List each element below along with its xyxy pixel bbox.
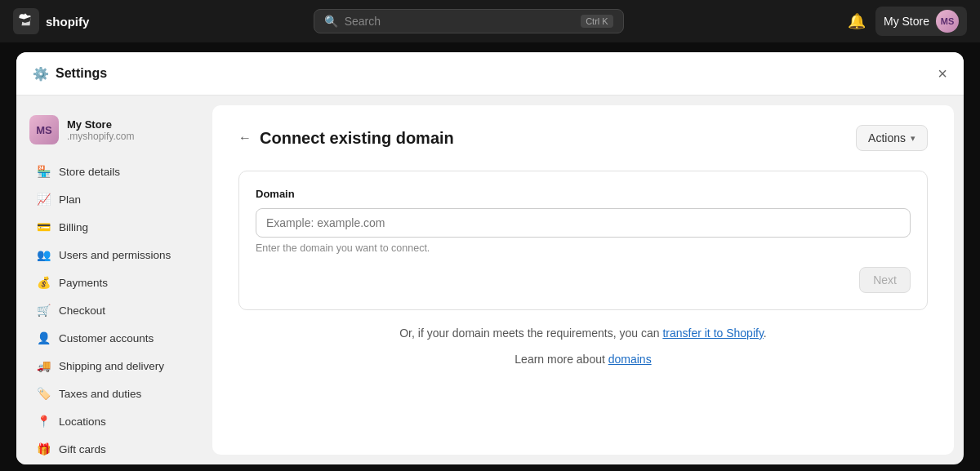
taxes-icon: 🏷️ (36, 387, 51, 400)
plan-icon: 📈 (36, 193, 51, 206)
sidebar-item-users[interactable]: 👥 Users and permissions (23, 241, 206, 269)
sidebar-item-locations[interactable]: 📍 Locations (23, 407, 206, 435)
actions-label: Actions (868, 131, 906, 144)
store-info: MS My Store .myshopify.com (16, 109, 212, 158)
modal-body: MS My Store .myshopify.com 🏪 Store detai… (16, 96, 964, 464)
sidebar-item-label: Locations (59, 415, 106, 428)
modal-overlay: ⚙️ Settings × MS My Store .myshopify.com… (0, 42, 980, 471)
svg-rect-0 (13, 8, 39, 34)
domain-section-label: Domain (256, 188, 911, 200)
users-icon: 👥 (36, 248, 51, 261)
sidebar-item-customer-accounts[interactable]: 👤 Customer accounts (23, 324, 206, 352)
domain-input[interactable] (256, 208, 911, 238)
settings-gear-icon: ⚙️ (33, 66, 49, 82)
topbar: shopify 🔍 Ctrl K 🔔 My Store MS (0, 0, 980, 42)
content-header: ← Connect existing domain Actions ▾ (238, 125, 928, 151)
sidebar-item-shipping[interactable]: 🚚 Shipping and delivery (23, 352, 206, 380)
domain-card: Domain Enter the domain you want to conn… (238, 171, 928, 310)
avatar: MS (936, 10, 959, 33)
main-content: ← Connect existing domain Actions ▾ Doma… (212, 105, 954, 455)
sidebar-item-label: Shipping and delivery (59, 360, 164, 372)
shopify-logo: shopify (13, 8, 89, 34)
sidebar-item-store-details[interactable]: 🏪 Store details (23, 158, 206, 185)
store-details-icon: 🏪 (36, 165, 51, 178)
sidebar-item-label: Plan (59, 193, 81, 206)
sidebar-store-url: .myshopify.com (67, 131, 134, 142)
domains-learn-link[interactable]: domains (608, 353, 652, 366)
store-name-label: My Store (884, 15, 929, 28)
page-title: Connect existing domain (260, 129, 454, 148)
sidebar-item-label: Taxes and duties (59, 388, 141, 400)
billing-icon: 💳 (36, 220, 51, 233)
shopify-wordmark: shopify (46, 15, 89, 29)
sidebar-item-label: Checkout (59, 304, 105, 317)
sidebar-item-markets[interactable]: 🌐 Markets (23, 463, 206, 464)
sidebar-item-label: Gift cards (59, 443, 106, 455)
modal-title: Settings (56, 66, 107, 81)
keyboard-shortcut: Ctrl K (581, 15, 613, 28)
learn-line: Learn more about domains (238, 353, 928, 366)
settings-modal: ⚙️ Settings × MS My Store .myshopify.com… (16, 52, 964, 464)
sidebar-item-billing[interactable]: 💳 Billing (23, 213, 206, 241)
settings-sidebar: MS My Store .myshopify.com 🏪 Store detai… (16, 96, 212, 464)
modal-header: ⚙️ Settings × (16, 52, 964, 96)
sidebar-item-checkout[interactable]: 🛒 Checkout (23, 296, 206, 324)
shopify-bag-icon (13, 8, 39, 34)
sidebar-item-label: Users and permissions (59, 249, 171, 261)
actions-button[interactable]: Actions ▾ (856, 125, 928, 151)
sidebar-item-gift-cards[interactable]: 🎁 Gift cards (23, 435, 206, 463)
locations-icon: 📍 (36, 415, 51, 428)
topbar-right: 🔔 My Store MS (848, 7, 967, 36)
shipping-icon: 🚚 (36, 359, 51, 372)
sidebar-item-label: Payments (59, 277, 108, 289)
search-bar[interactable]: 🔍 Ctrl K (314, 9, 624, 33)
sidebar-item-label: Customer accounts (59, 332, 154, 344)
modal-close-button[interactable]: × (938, 65, 947, 82)
sidebar-item-label: Billing (59, 221, 88, 233)
title-group: ← Connect existing domain (238, 129, 454, 148)
store-selector[interactable]: My Store MS (875, 7, 967, 36)
gift-cards-icon: 🎁 (36, 442, 51, 455)
search-icon: 🔍 (324, 15, 338, 28)
sidebar-item-taxes[interactable]: 🏷️ Taxes and duties (23, 380, 206, 407)
transfer-line: Or, if your domain meets the requirement… (238, 327, 928, 340)
sidebar-item-payments[interactable]: 💰 Payments (23, 269, 206, 296)
notification-bell-icon[interactable]: 🔔 (848, 12, 866, 30)
back-button[interactable]: ← (238, 131, 252, 145)
sidebar-item-label: Store details (59, 166, 120, 178)
sidebar-store-avatar: MS (29, 115, 59, 144)
next-button[interactable]: Next (859, 267, 911, 293)
search-input[interactable] (345, 15, 575, 28)
payments-icon: 💰 (36, 276, 51, 289)
next-btn-row: Next (256, 267, 911, 293)
sidebar-store-name: My Store (67, 118, 134, 131)
sidebar-item-plan[interactable]: 📈 Plan (23, 185, 206, 213)
domain-hint: Enter the domain you want to connect. (256, 242, 911, 254)
checkout-icon: 🛒 (36, 304, 51, 317)
customer-accounts-icon: 👤 (36, 331, 51, 344)
transfer-link[interactable]: transfer it to Shopify (662, 327, 763, 340)
sidebar-store-text: My Store .myshopify.com (67, 118, 134, 142)
chevron-down-icon: ▾ (911, 133, 915, 144)
